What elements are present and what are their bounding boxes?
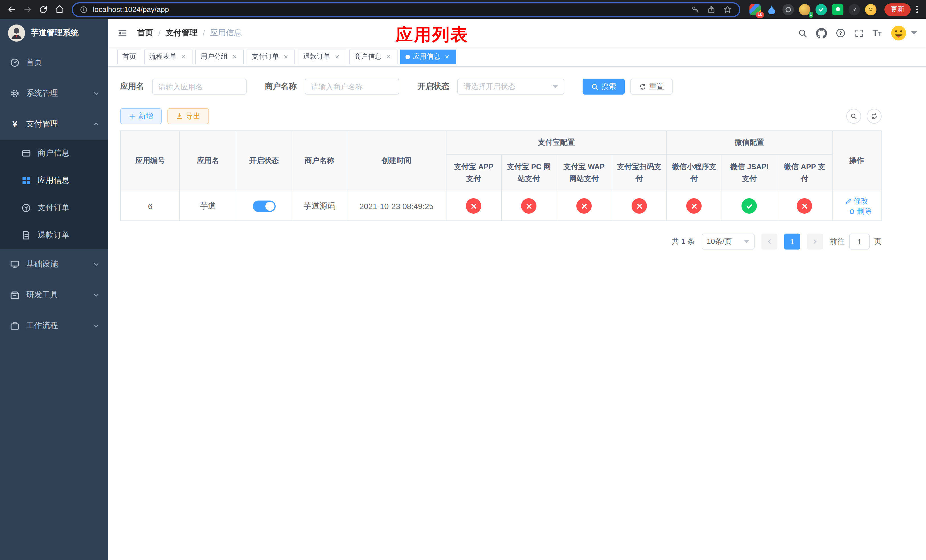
reload-icon[interactable]: [35, 2, 51, 17]
browser-update-button[interactable]: 更新: [884, 3, 911, 16]
extension-icon-1[interactable]: 10: [749, 4, 761, 15]
sidebar-item-label: 基础设施: [26, 259, 58, 269]
current-page[interactable]: 1: [784, 233, 800, 250]
breadcrumb: 首页 / 支付管理 / 应用信息: [137, 28, 242, 38]
browser-menu-icon[interactable]: [914, 3, 920, 15]
sidebar-item-system[interactable]: 系统管理: [0, 78, 108, 109]
help-icon[interactable]: ?: [835, 28, 846, 38]
tab-user-group[interactable]: 用户分组×: [195, 49, 244, 64]
edit-icon: [845, 197, 852, 204]
share-icon[interactable]: [707, 5, 716, 14]
tab-process-form[interactable]: 流程表单×: [144, 49, 192, 64]
delete-button[interactable]: 删除: [849, 206, 872, 216]
extension-icon-6[interactable]: [832, 4, 843, 15]
tab-merchant-info[interactable]: 商户信息×: [349, 49, 398, 64]
sidebar-item-app-info[interactable]: 应用信息: [0, 167, 108, 194]
github-icon[interactable]: [816, 28, 827, 38]
close-icon[interactable]: ×: [443, 53, 451, 61]
close-icon[interactable]: ×: [231, 53, 239, 61]
grid-icon: [22, 176, 31, 185]
font-size-icon[interactable]: TT: [873, 28, 882, 38]
refund-order-icon: [22, 231, 31, 240]
sidebar-item-home[interactable]: 首页: [0, 47, 108, 78]
app-table: 应用编号 应用名 开启状态 商户名称 创建时间 支付宝配置 微信配置 操作 支付…: [120, 130, 882, 221]
add-button[interactable]: 新增: [120, 108, 162, 124]
status-toggle[interactable]: [253, 200, 275, 212]
extension-icon-8[interactable]: [865, 4, 876, 15]
sidebar-item-merchant-info[interactable]: 商户信息: [0, 139, 108, 167]
bookmark-star-icon[interactable]: [723, 5, 732, 14]
extension-icon-2[interactable]: [766, 4, 777, 15]
status-icon: [521, 198, 536, 213]
status-icon: [632, 198, 647, 213]
sidebar-item-infrastructure[interactable]: 基础设施: [0, 249, 108, 280]
edit-button[interactable]: 修改: [845, 196, 869, 206]
header-search-icon[interactable]: [798, 28, 808, 38]
page-content: 应用名 商户名称 开启状态 请选择开启状态: [108, 67, 926, 560]
menu-fold-icon[interactable]: [117, 28, 127, 38]
extensions-area: 10 1: [749, 4, 876, 15]
annotation-title: 应用列表: [396, 23, 469, 47]
status-icon: [576, 198, 592, 213]
url-text[interactable]: localhost:1024/pay/app: [93, 5, 691, 14]
extension-icon-5[interactable]: [816, 4, 827, 15]
monitor-icon: [10, 260, 20, 269]
tab-pay-order[interactable]: 支付订单×: [247, 49, 295, 64]
refresh-table-button[interactable]: [867, 109, 882, 124]
col-app-name: 应用名: [180, 131, 236, 191]
extension-icon-4[interactable]: 1: [799, 4, 810, 15]
sidebar-item-refund-order[interactable]: 退款订单: [0, 222, 108, 249]
breadcrumb-payment[interactable]: 支付管理: [166, 28, 198, 38]
close-icon[interactable]: ×: [179, 53, 188, 61]
search-button[interactable]: 搜索: [583, 79, 625, 95]
app-logo[interactable]: 芋道管理系统: [0, 19, 108, 47]
prev-page-button[interactable]: [761, 233, 777, 250]
tab-refund-order[interactable]: 退款订单×: [298, 49, 346, 64]
status-select[interactable]: 请选择开启状态: [457, 79, 564, 95]
export-button[interactable]: 导出: [168, 108, 209, 124]
sidebar-item-label: 支付管理: [26, 119, 58, 129]
toolbox-icon: [10, 291, 20, 300]
home-icon[interactable]: [51, 2, 67, 17]
address-bar[interactable]: localhost:1024/pay/app: [72, 2, 740, 17]
site-info-icon[interactable]: [80, 5, 88, 14]
toggle-search-button[interactable]: [846, 109, 861, 124]
plus-icon: [129, 113, 136, 120]
chevron-down-icon: [744, 240, 749, 243]
col-actions: 操作: [832, 131, 881, 191]
tab-app-info[interactable]: 应用信息×: [400, 49, 456, 64]
chevron-down-icon: [94, 262, 99, 267]
password-key-icon[interactable]: [691, 5, 700, 14]
next-page-button[interactable]: [807, 233, 823, 250]
extension-icon-3[interactable]: [782, 4, 794, 15]
merchant-name-input[interactable]: [305, 79, 399, 95]
chevron-down-icon: [94, 323, 99, 329]
user-menu[interactable]: [890, 24, 917, 42]
chevron-up-icon: [94, 121, 99, 127]
app-name-label: 应用名: [120, 82, 144, 92]
sidebar-item-pay-order[interactable]: 支付订单: [0, 194, 108, 222]
pay-order-icon: [22, 203, 31, 212]
reset-button[interactable]: 重置: [631, 79, 673, 95]
tab-home[interactable]: 首页: [117, 49, 141, 64]
trash-icon: [849, 207, 855, 215]
active-dot: [406, 54, 410, 59]
forward-icon[interactable]: [20, 2, 35, 17]
app-name-input[interactable]: [152, 79, 247, 95]
table-row: 6 芋道 芋道源码 2021-10-23 08:49:25: [121, 191, 881, 221]
close-icon[interactable]: ×: [282, 53, 290, 61]
sidebar-item-payment[interactable]: ¥ 支付管理: [0, 109, 108, 139]
breadcrumb-home[interactable]: 首页: [137, 28, 153, 38]
back-icon[interactable]: [3, 2, 20, 17]
goto-page-input[interactable]: [849, 233, 870, 250]
payment-submenu: 商户信息 应用信息 支付订单: [0, 139, 108, 249]
extension-icon-7[interactable]: [849, 4, 860, 15]
page-size-select[interactable]: 10条/页: [702, 233, 755, 250]
close-icon[interactable]: ×: [384, 53, 392, 61]
close-icon[interactable]: ×: [333, 53, 341, 61]
sidebar-item-dev-tools[interactable]: 研发工具: [0, 280, 108, 310]
merchant-name-label: 商户名称: [265, 82, 297, 92]
sidebar-item-workflow[interactable]: 工作流程: [0, 310, 108, 341]
fullscreen-icon[interactable]: [854, 28, 864, 38]
cell-merchant: 芋道源码: [292, 191, 347, 221]
